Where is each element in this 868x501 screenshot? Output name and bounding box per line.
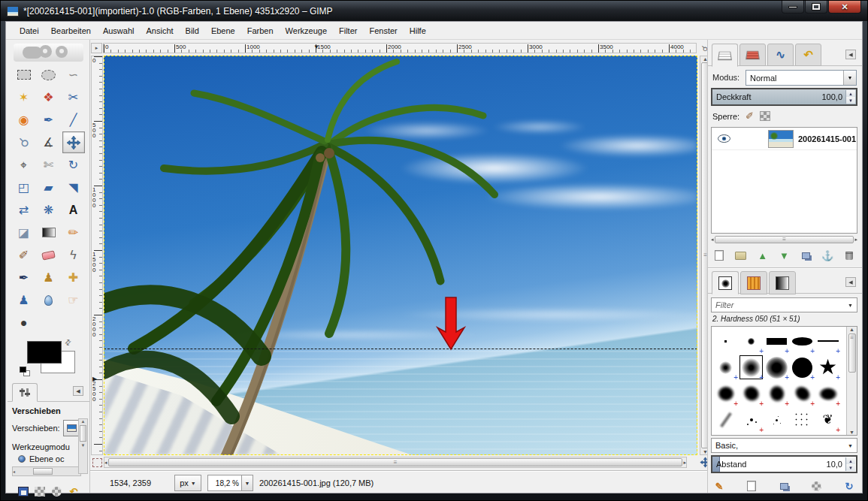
tool-zoom[interactable]: ⚲: [13, 131, 35, 153]
menu-werkzeuge[interactable]: Werkzeuge: [280, 23, 333, 38]
brush-pixel[interactable]: [713, 328, 738, 354]
tool-eraser[interactable]: [38, 244, 60, 266]
quick-mask-toggle[interactable]: [92, 458, 102, 467]
brush-tag-dropdown[interactable]: Basic, ▼: [711, 438, 857, 453]
brush-chalk-5[interactable]: [815, 381, 840, 406]
tool-scale[interactable]: ◰: [13, 177, 35, 198]
brush-chalk-2[interactable]: [739, 381, 764, 406]
new-brush-button[interactable]: [743, 478, 760, 493]
tool-color-picker[interactable]: ╱: [62, 109, 85, 131]
tool-rotate[interactable]: ↻: [62, 154, 85, 176]
tool-airbrush[interactable]: ϟ: [62, 244, 85, 266]
tool-ink[interactable]: ✒: [13, 267, 35, 288]
tab-tool-options[interactable]: [12, 383, 38, 402]
brush-hardness-050[interactable]: [739, 355, 764, 380]
tool-options-scrollbar[interactable]: ▲▼: [78, 418, 88, 474]
tool-pencil[interactable]: ✏: [62, 222, 85, 243]
close-button[interactable]: ✕: [828, 1, 861, 14]
brush-sparks-1[interactable]: [739, 407, 764, 433]
layer-list-scrollbar[interactable]: ◂≡▸: [711, 234, 857, 245]
brush-star[interactable]: ★: [815, 355, 840, 380]
zoom-input[interactable]: 18,2 %: [207, 475, 242, 491]
brush-smear[interactable]: [713, 407, 738, 433]
brush-block[interactable]: [764, 328, 789, 354]
zoom-dropdown-button[interactable]: ▼: [242, 475, 253, 491]
tool-paintbrush[interactable]: ✐: [13, 244, 35, 266]
menu-ebene[interactable]: Ebene: [205, 23, 241, 38]
move-mode-radio[interactable]: [18, 455, 26, 463]
brush-texture-3[interactable]: [815, 433, 840, 436]
maximize-button[interactable]: [805, 1, 827, 14]
menu-datei[interactable]: Datei: [14, 23, 45, 38]
titlebar[interactable]: *[200261415-001](importiert)-1.0 (RGB-Fa…: [1, 1, 867, 21]
brush-chalk-1[interactable]: [713, 381, 738, 406]
spacing-spinner[interactable]: ▲▼: [845, 457, 855, 471]
refresh-brushes-button[interactable]: ↻: [841, 478, 857, 493]
tool-perspective[interactable]: ◥: [62, 177, 85, 198]
tool-perspective-clone[interactable]: ♟: [13, 289, 35, 311]
raise-layer-button[interactable]: ▲: [755, 248, 771, 263]
brush-ellipse-flat[interactable]: [790, 328, 815, 354]
lock-pixels-icon[interactable]: ✐: [746, 110, 754, 122]
tool-foreground-select[interactable]: ◉: [13, 109, 35, 131]
tool-bucket-fill[interactable]: ◪: [13, 222, 35, 243]
brush-chalk-3[interactable]: [764, 381, 789, 406]
ruler-origin-button[interactable]: ▸: [91, 43, 102, 53]
menu-auswahl[interactable]: Auswahl: [97, 23, 141, 38]
tool-blur-sharpen[interactable]: [38, 289, 60, 311]
brush-spacing-slider[interactable]: Abstand 10,0 ▲▼: [711, 455, 857, 473]
menu-filter[interactable]: Filter: [333, 23, 363, 38]
layer-row[interactable]: 200261415-001: [712, 128, 857, 150]
canvas-image[interactable]: [104, 56, 697, 455]
menu-farben[interactable]: Farben: [241, 23, 280, 38]
brush-hardness-025[interactable]: [713, 355, 738, 380]
brush-dome[interactable]: [790, 433, 815, 436]
tab-paths[interactable]: ∿: [767, 44, 794, 66]
tool-move[interactable]: [62, 131, 85, 153]
brush-vine[interactable]: ❦: [815, 407, 840, 433]
collapse-right-dock-button[interactable]: ◀: [845, 50, 856, 59]
tool-scissors-select[interactable]: ✂: [62, 86, 85, 108]
vertical-ruler[interactable]: 05001000150020002500▶: [91, 56, 103, 455]
layer-name[interactable]: 200261415-001: [798, 134, 856, 143]
unit-dropdown[interactable]: px ▼: [174, 475, 201, 491]
brush-confetti-dots[interactable]: [790, 407, 815, 433]
tab-layers[interactable]: [712, 44, 738, 67]
brush-texture-1[interactable]: [739, 433, 764, 436]
brush-texture-2[interactable]: [764, 433, 789, 436]
opacity-slider[interactable]: Deckkraft 100,0 ▲▼: [711, 88, 857, 106]
tool-options-hscrollbar[interactable]: ◂: [12, 466, 81, 476]
tool-smudge[interactable]: ☞: [62, 289, 85, 311]
tool-gradient[interactable]: [38, 222, 60, 243]
tab-undo-history[interactable]: ↶: [795, 44, 821, 66]
lock-alpha-icon[interactable]: [760, 111, 770, 121]
brush-line[interactable]: [815, 328, 840, 354]
tool-select-by-color[interactable]: ❖: [38, 86, 60, 108]
default-colors-icon[interactable]: [20, 367, 30, 376]
tab-gradients[interactable]: [769, 271, 796, 294]
tool-cage-transform[interactable]: ❋: [38, 199, 60, 221]
opacity-spinner[interactable]: ▲▼: [845, 90, 855, 104]
tool-ellipse-select[interactable]: [38, 64, 60, 86]
tool-free-select[interactable]: ∽: [62, 64, 85, 86]
save-tool-preset-button[interactable]: [15, 484, 32, 499]
horizontal-ruler[interactable]: 05001000150020002500300035004000▼: [103, 43, 697, 53]
brush-hardness-100[interactable]: [790, 355, 815, 380]
brush-small-dot[interactable]: [739, 328, 764, 354]
menu-hilfe[interactable]: Hilfe: [404, 23, 432, 38]
menu-bild[interactable]: Bild: [180, 23, 205, 38]
layer-thumbnail[interactable]: [768, 130, 794, 148]
reset-tool-options-button[interactable]: ↶: [65, 484, 82, 499]
tool-fuzzy-select[interactable]: ✶: [13, 86, 35, 108]
new-layer-group-button[interactable]: [733, 248, 749, 263]
collapse-brushes-dock-button[interactable]: ◀: [845, 277, 856, 287]
foreground-color-swatch[interactable]: [27, 341, 62, 364]
brush-sparks-2[interactable]: [764, 407, 789, 433]
restore-tool-preset-button[interactable]: [32, 484, 48, 499]
tool-crop[interactable]: ✄: [38, 154, 60, 176]
brush-grid-scrollbar[interactable]: ▲≡▼: [846, 327, 857, 435]
tool-paths[interactable]: ✒: [38, 109, 60, 131]
menu-ansicht[interactable]: Ansicht: [140, 23, 179, 38]
tool-align[interactable]: ⌖: [13, 154, 35, 176]
tool-flip[interactable]: ⇄: [13, 199, 35, 221]
